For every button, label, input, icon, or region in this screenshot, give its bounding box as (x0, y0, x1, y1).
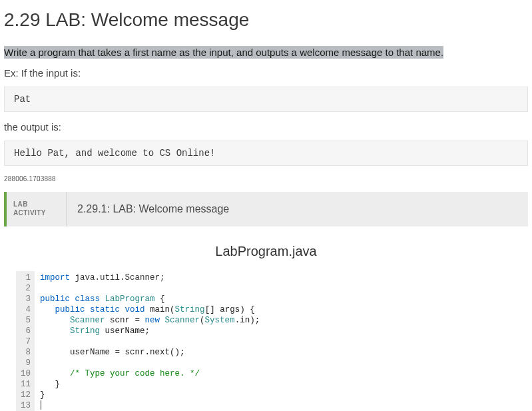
lab-label-line2: ACTIVITY (13, 209, 59, 218)
lab-activity-bar: LAB ACTIVITY 2.29.1: LAB: Welcome messag… (4, 192, 528, 226)
example-input-label: Ex: If the input is: (4, 67, 528, 79)
line-number: 7 (19, 336, 31, 347)
text-cursor (41, 400, 41, 410)
code-line[interactable]: public class LabProgram { (40, 294, 516, 304)
line-number: 8 (19, 347, 31, 358)
instructions-block: Write a program that takes a first name … (4, 45, 528, 61)
line-number: 12 (19, 390, 31, 400)
code-line[interactable]: public static void main(String[] args) { (40, 304, 516, 315)
code-line[interactable]: userName = scnr.next(); (40, 347, 516, 358)
line-number: 2 (19, 283, 31, 294)
line-number: 10 (19, 368, 31, 379)
code-line[interactable] (40, 283, 516, 294)
line-number: 13 (19, 400, 31, 411)
code-line[interactable]: } (40, 379, 516, 390)
example-output-label: the output is: (4, 121, 528, 133)
lab-activity-label: LAB ACTIVITY (7, 192, 67, 226)
lab-activity-title: 2.29.1: LAB: Welcome message (67, 192, 240, 226)
code-editor[interactable]: 12345678910111213 import java.util.Scann… (16, 271, 516, 412)
line-number: 11 (19, 379, 31, 390)
line-number: 5 (19, 315, 31, 326)
line-number: 3 (19, 294, 31, 304)
line-number: 6 (19, 326, 31, 336)
code-line[interactable]: Scanner scnr = new Scanner(System.in); (40, 315, 516, 326)
line-number: 1 (19, 272, 31, 283)
example-input-block: Pat (4, 87, 528, 112)
code-line[interactable] (40, 400, 516, 411)
line-number: 4 (19, 304, 31, 315)
line-number-gutter: 12345678910111213 (16, 271, 35, 412)
page-title: 2.29 LAB: Welcome message (4, 9, 528, 31)
lab-label-line1: LAB (13, 201, 59, 209)
file-name-header: LabProgram.java (16, 238, 516, 271)
lab-page: 2.29 LAB: Welcome message Write a progra… (0, 0, 532, 411)
code-line[interactable] (40, 336, 516, 347)
example-output-block: Hello Pat, and welcome to CS Online! (4, 141, 528, 166)
code-line[interactable]: import java.util.Scanner; (40, 272, 516, 283)
session-id: 288006.1703888 (4, 175, 528, 183)
code-line[interactable]: String userName; (40, 326, 516, 336)
code-line[interactable] (40, 358, 516, 368)
line-number: 9 (19, 358, 31, 368)
code-line[interactable]: /* Type your code here. */ (40, 368, 516, 379)
code-area[interactable]: import java.util.Scanner;public class La… (35, 271, 516, 412)
instructions-highlighted-text: Write a program that takes a first name … (4, 46, 443, 59)
code-line[interactable]: } (40, 390, 516, 400)
